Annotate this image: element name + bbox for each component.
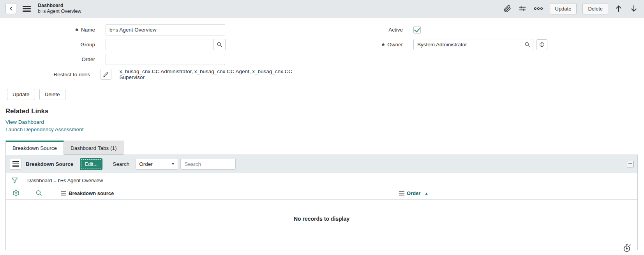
column-label[interactable]: Breakdown source xyxy=(69,190,114,196)
column-menu-icon[interactable] xyxy=(399,191,404,196)
header-delete-button[interactable]: Delete xyxy=(582,3,608,14)
record-form: * Name Group Order Restrict to roles xyxy=(0,18,644,84)
attachment-button[interactable] xyxy=(503,4,512,13)
list-search-label: Search xyxy=(113,161,130,167)
minus-icon xyxy=(628,164,632,164)
more-options-icon xyxy=(534,7,543,11)
funnel-icon[interactable] xyxy=(11,177,18,184)
chevron-down-icon: ▼ xyxy=(171,162,175,166)
sliders-icon xyxy=(519,5,526,12)
search-column-select[interactable]: Order ▼ xyxy=(136,158,178,170)
column-menu-icon[interactable] xyxy=(61,191,66,196)
name-label: Name xyxy=(81,27,95,33)
tab-dashboard-tabs[interactable]: Dashboard Tabs (1) xyxy=(64,141,124,155)
response-time-button[interactable] xyxy=(623,243,631,253)
owner-preview-button[interactable] xyxy=(536,39,547,50)
edit-roles-button[interactable] xyxy=(101,69,111,80)
breakdown-source-list: Breakdown Source Edit... Search Order ▼ … xyxy=(5,155,638,250)
restrict-to-roles-label: Restrict to roles xyxy=(54,72,90,77)
field-row-restrict-to-roles: Restrict to roles x_busag_cnx.CC Adminis… xyxy=(0,69,308,80)
update-button[interactable]: Update xyxy=(7,89,35,100)
search-icon xyxy=(524,42,530,47)
search-icon xyxy=(217,42,222,47)
column-search-icon[interactable] xyxy=(35,190,42,197)
column-label[interactable]: Order xyxy=(407,190,420,196)
owner-field[interactable] xyxy=(413,39,521,50)
previous-record-button[interactable] xyxy=(614,4,623,14)
stopwatch-icon xyxy=(623,243,631,253)
name-label-wrap: * Name xyxy=(0,27,95,33)
collapse-list-button[interactable] xyxy=(627,161,633,167)
list-context-menu-icon[interactable] xyxy=(10,158,21,170)
gear-icon[interactable] xyxy=(12,190,19,197)
empty-message: No records to display xyxy=(294,216,349,250)
field-row-active: Active xyxy=(308,24,644,35)
page-title: Dashboard xyxy=(38,3,81,9)
active-checkbox[interactable] xyxy=(413,26,421,33)
sort-ascending-icon: ▲ xyxy=(424,191,428,195)
next-record-button[interactable] xyxy=(629,4,639,14)
group-field[interactable] xyxy=(106,39,213,50)
pencil-icon xyxy=(103,72,108,77)
restrict-to-roles-value: x_busag_cnx.CC Administrator, x_busag_cn… xyxy=(120,69,308,80)
name-field[interactable] xyxy=(106,24,225,35)
paperclip-icon xyxy=(504,5,511,12)
personalize-form-button[interactable] xyxy=(518,4,527,13)
related-links-title: Related Links xyxy=(5,107,644,115)
form-header-bar: Dashboard b+s Agent Overview Update Dele… xyxy=(0,0,644,18)
owner-label: Owner xyxy=(387,42,403,47)
mandatory-icon: * xyxy=(76,29,78,33)
column-header-breakdown-source[interactable]: Breakdown source xyxy=(61,190,399,196)
arrow-down-icon xyxy=(630,4,638,13)
back-button[interactable] xyxy=(5,3,16,14)
active-label: Active xyxy=(388,27,403,33)
launch-dependency-assessment-link[interactable]: Launch Dependency Assessment xyxy=(5,127,644,132)
view-dashboard-link[interactable]: View Dashboard xyxy=(5,119,644,125)
group-label: Group xyxy=(80,42,95,47)
list-title: Breakdown Source xyxy=(26,161,73,167)
list-edit-button[interactable]: Edit... xyxy=(80,158,102,170)
list-column-headers: Breakdown source Order ▲ xyxy=(6,187,637,200)
arrow-up-icon xyxy=(615,4,623,13)
group-lookup-button[interactable] xyxy=(213,39,226,50)
field-row-order: Order xyxy=(0,54,308,65)
chevron-left-icon xyxy=(8,6,14,11)
header-update-button[interactable]: Update xyxy=(550,3,577,14)
form-actions: Update Delete xyxy=(7,89,644,100)
field-row-name: * Name xyxy=(0,24,308,35)
filter-condition[interactable]: Dashboard = b+s Agent Overview xyxy=(27,178,103,183)
related-links-section: Related Links View Dashboard Launch Depe… xyxy=(5,107,644,132)
column-header-order[interactable]: Order ▲ xyxy=(399,190,637,196)
info-icon xyxy=(539,41,545,48)
delete-button[interactable]: Delete xyxy=(39,89,65,100)
order-field[interactable] xyxy=(106,54,225,65)
list-empty-state: No records to display xyxy=(6,200,637,250)
list-toolbar: Breakdown Source Edit... Search Order ▼ xyxy=(6,155,637,173)
order-label: Order xyxy=(81,56,95,62)
record-title-block: Dashboard b+s Agent Overview xyxy=(38,3,81,14)
tab-breakdown-source[interactable]: Breakdown Source xyxy=(5,141,64,155)
owner-lookup-button[interactable] xyxy=(521,39,533,50)
field-row-owner: * Owner xyxy=(308,39,644,50)
mandatory-icon: * xyxy=(382,44,385,48)
record-name: b+s Agent Overview xyxy=(38,9,81,14)
context-menu-icon[interactable] xyxy=(22,4,32,13)
search-column-selected: Order xyxy=(139,161,153,167)
list-search-input[interactable] xyxy=(180,158,236,170)
field-row-group: Group xyxy=(0,39,308,50)
more-options-button[interactable] xyxy=(533,6,544,11)
related-lists-tabs: Breakdown Source Dashboard Tabs (1) xyxy=(5,141,644,155)
list-filter-row: Dashboard = b+s Agent Overview xyxy=(6,173,637,187)
